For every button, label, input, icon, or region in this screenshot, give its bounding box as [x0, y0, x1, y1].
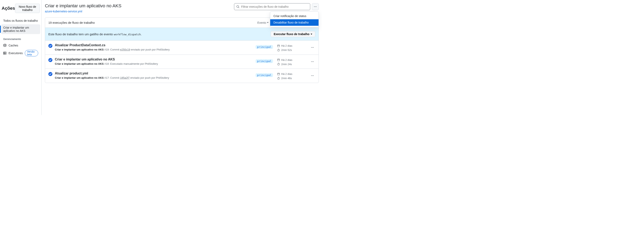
caret-down-icon	[267, 22, 268, 23]
svg-point-19	[312, 61, 313, 62]
run-title-link[interactable]: Atualizar product.yml	[55, 72, 252, 75]
stopwatch-icon	[277, 77, 280, 80]
run-title-link[interactable]: Atualizar ProductDataContext.cs	[55, 43, 252, 47]
svg-rect-10	[278, 45, 280, 47]
svg-point-0	[4, 44, 6, 45]
workflow-actions-menu: Criar notificação de status Desabilitar …	[270, 11, 319, 27]
kebab-icon	[311, 46, 314, 49]
workflow-kebab-button[interactable]	[312, 3, 319, 10]
search-icon	[236, 5, 240, 8]
svg-point-13	[312, 47, 313, 48]
stopwatch-icon	[277, 63, 280, 66]
sidebar-section-management: Gerenciamento	[1, 34, 40, 43]
svg-point-6	[314, 6, 315, 7]
server-icon	[3, 52, 6, 55]
commit-link[interactable]: 185a2f7	[120, 76, 130, 79]
run-duration: 2min 46s	[281, 77, 292, 80]
svg-point-26	[313, 75, 314, 76]
sidebar-header: Ações Novo fluxo de trabalho	[1, 4, 40, 17]
run-row: Atualizar product.yml Criar e implantar …	[45, 69, 318, 83]
commit-link[interactable]: e250c19	[120, 48, 130, 51]
status-success-icon	[48, 44, 52, 48]
kebab-icon	[314, 5, 317, 8]
run-duration: 2min 24s	[281, 63, 292, 66]
workflow-title: Criar e implantar um aplicativo no AKS	[45, 3, 122, 8]
workflow-runs-box: 19 execuções de fluxo de trabalho Evento…	[45, 17, 319, 83]
svg-point-4	[4, 54, 4, 54]
run-row: Criar e implantar um aplicativo no AKS C…	[45, 55, 318, 69]
svg-point-14	[313, 47, 314, 48]
run-timing: Há 2 dias 2min 46s	[277, 72, 306, 80]
run-timing: Há 2 dias 2min 24s	[277, 58, 306, 66]
stopwatch-icon	[277, 49, 280, 52]
caret-down-icon	[310, 34, 312, 35]
branch-badge[interactable]: principal	[256, 59, 273, 63]
svg-rect-16	[278, 59, 280, 61]
header-actions	[234, 3, 319, 10]
run-row: Atualizar ProductDataContext.cs Criar e …	[45, 41, 318, 55]
database-icon	[3, 44, 6, 47]
calendar-icon	[277, 73, 280, 75]
sidebar-item-label: Executores	[8, 52, 23, 55]
sidebar-item-label: Caches	[8, 44, 18, 47]
svg-point-12	[311, 47, 312, 48]
svg-point-3	[4, 52, 4, 53]
branch-badge[interactable]: principal	[256, 45, 273, 49]
dispatch-trigger-name: workflow_dispatch	[114, 33, 141, 36]
svg-rect-22	[278, 73, 280, 75]
sidebar-item-all-workflows[interactable]: Todos os fluxos de trabalho	[1, 17, 40, 24]
runs-list: Atualizar ProductDataContext.cs Criar e …	[45, 41, 318, 83]
dispatch-text: Este fluxo de trabalho tem um gatilho de…	[48, 32, 142, 36]
sidebar-item-runners[interactable]: Executores Versão beta	[1, 49, 40, 58]
status-success-icon	[48, 58, 52, 62]
kebab-icon	[311, 74, 314, 77]
menu-item-create-status-badge[interactable]: Criar notificação de status	[270, 13, 318, 19]
sidebar: Ações Novo fluxo de trabalho Todos os fl…	[0, 0, 42, 115]
search-input[interactable]	[241, 5, 308, 8]
run-timing: Há 2 dias 2min 52s	[277, 44, 306, 52]
beta-badge: Versão beta	[25, 50, 38, 56]
calendar-icon	[277, 58, 280, 61]
run-title-link[interactable]: Criar e implantar um aplicativo no AKS	[55, 58, 252, 61]
workflow-file-link[interactable]: azure-kubernetes-service.yml	[45, 10, 82, 13]
runs-count: 19 execuções de fluxo de trabalho	[48, 21, 95, 24]
svg-point-24	[311, 75, 312, 76]
main-content: Criar e implantar um aplicativo no AKS a…	[42, 0, 322, 115]
run-kebab-button[interactable]	[310, 45, 315, 50]
sidebar-item-caches[interactable]: Caches	[1, 43, 40, 48]
menu-item-disable-workflow[interactable]: Desabilitar fluxo de trabalho	[270, 19, 318, 26]
calendar-icon	[277, 44, 280, 47]
svg-point-20	[313, 61, 314, 62]
status-success-icon	[48, 72, 52, 76]
sidebar-item-active-workflow[interactable]: Criar e implantar um aplicativo no AKS	[1, 24, 40, 34]
workflow-dispatch-banner: Este fluxo de trabalho tem um gatilho de…	[45, 28, 318, 41]
page-title: Ações	[2, 6, 15, 11]
branch-badge[interactable]: principal	[256, 73, 273, 77]
run-workflow-button[interactable]: Executar fluxo de trabalho	[270, 31, 315, 37]
svg-point-25	[312, 75, 313, 76]
run-meta: Criar e implantar um aplicativo no AKS #…	[55, 48, 252, 52]
filter-event[interactable]: Evento	[258, 21, 269, 24]
run-meta: Criar e implantar um aplicativo no AKS #…	[55, 76, 252, 80]
search-input-container[interactable]	[234, 3, 310, 10]
run-relative-time: Há 2 dias	[281, 44, 292, 47]
svg-point-8	[316, 6, 317, 7]
run-relative-time: Há 2 dias	[281, 58, 292, 61]
svg-point-5	[237, 5, 239, 7]
run-meta: Criar e implantar um aplicativo no AKS #…	[55, 62, 252, 66]
new-workflow-button[interactable]: Novo fluxo de trabalho	[15, 4, 40, 13]
svg-point-18	[311, 61, 312, 62]
kebab-icon	[311, 60, 314, 63]
svg-point-7	[315, 6, 316, 7]
run-kebab-button[interactable]	[310, 73, 315, 79]
run-duration: 2min 52s	[281, 48, 292, 52]
run-relative-time: Há 2 dias	[281, 72, 292, 75]
run-kebab-button[interactable]	[310, 59, 315, 65]
